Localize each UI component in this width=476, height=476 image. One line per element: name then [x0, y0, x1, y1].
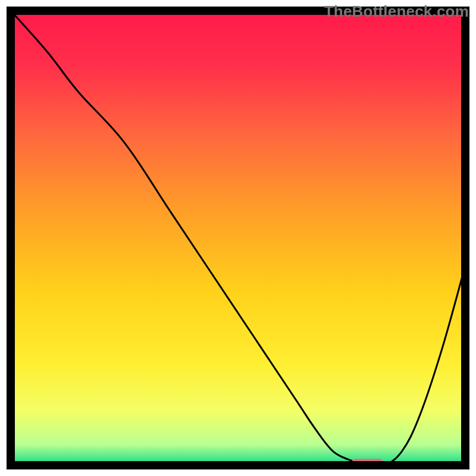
chart-svg [0, 0, 476, 476]
gradient-background [11, 11, 465, 465]
watermark-text: TheBottleneck.com [324, 2, 469, 21]
chart-container: TheBottleneck.com [0, 0, 476, 476]
